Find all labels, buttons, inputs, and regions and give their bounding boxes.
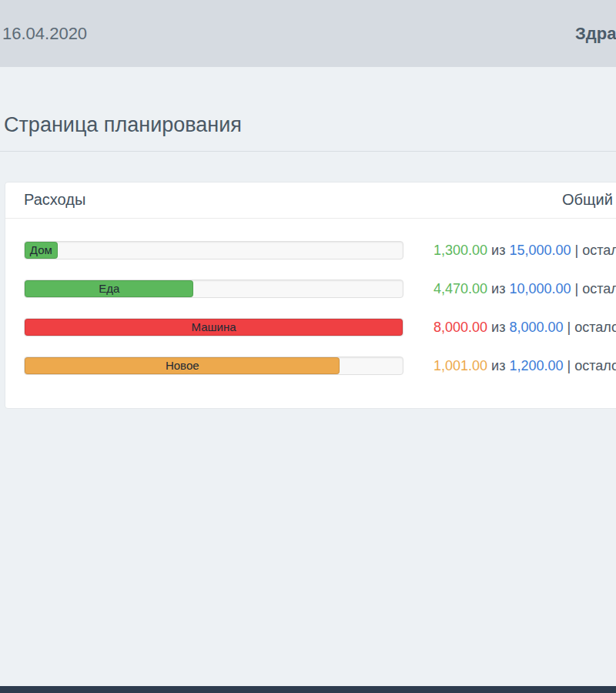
row-values: 4,470.00 из 10,000.00 | осталось (434, 280, 616, 298)
total-value: 15,000.00 (509, 243, 571, 258)
separator: | (575, 281, 579, 296)
of-word: из (491, 320, 505, 335)
row-values: 1,300.00 из 15,000.00 | осталось (434, 241, 616, 259)
row-values: 1,001.00 из 1,200.00 | осталось (434, 357, 616, 375)
topbar: 16.04.2020 Здравствуйте, (0, 0, 616, 67)
footer-bar (0, 686, 616, 693)
progress-track: Новое (24, 357, 403, 375)
spent-value: 1,001.00 (434, 358, 487, 373)
total-value: 1,200.00 (509, 358, 563, 373)
budget-row-mashina: Машина 8,000.00 из 8,000.00 | осталось (24, 318, 616, 336)
page-title: Страница планирования (4, 113, 242, 137)
expenses-card: Расходы Общий Дом 1,300.00 из 15,000.00 … (5, 182, 616, 409)
total-heading: Общий (562, 191, 613, 209)
current-date: 16.04.2020 (2, 24, 87, 44)
budget-row-dom: Дом 1,300.00 из 15,000.00 | осталось (24, 241, 616, 259)
of-word: из (491, 243, 505, 258)
separator: | (567, 320, 571, 335)
row-values: 8,000.00 из 8,000.00 | осталось (434, 318, 616, 336)
remaining-label: осталось (574, 358, 616, 373)
category-label: Еда (99, 280, 119, 297)
total-value: 8,000.00 (509, 320, 563, 335)
budget-row-novoe: Новое 1,001.00 из 1,200.00 | осталось (24, 357, 616, 375)
expenses-card-header: Расходы Общий (5, 182, 616, 219)
title-divider (0, 151, 616, 152)
spent-value: 8,000.00 (434, 320, 487, 335)
expenses-list: Дом 1,300.00 из 15,000.00 | осталось Еда… (5, 219, 616, 375)
of-word: из (491, 358, 505, 373)
category-label: Новое (166, 357, 199, 374)
remaining-label: осталось (574, 320, 616, 335)
progress-fill: Новое (25, 357, 340, 374)
progress-track: Еда (24, 280, 403, 298)
category-label: Дом (30, 242, 52, 259)
of-word: из (491, 281, 505, 296)
category-label: Машина (191, 319, 236, 336)
user-greeting: Здравствуйте, (575, 24, 616, 44)
progress-fill: Дом (25, 242, 58, 259)
progress-fill: Машина (25, 319, 403, 336)
progress-track: Машина (24, 318, 403, 336)
expenses-heading: Расходы (24, 191, 85, 209)
spent-value: 1,300.00 (434, 243, 487, 258)
remaining-label: осталось (582, 243, 616, 258)
budget-row-eda: Еда 4,470.00 из 10,000.00 | осталось (24, 280, 616, 298)
total-value: 10,000.00 (509, 281, 571, 296)
progress-fill: Еда (25, 280, 193, 297)
separator: | (575, 243, 579, 258)
remaining-label: осталось (582, 281, 616, 296)
separator: | (567, 358, 571, 373)
progress-track: Дом (24, 241, 403, 259)
spent-value: 4,470.00 (434, 281, 487, 296)
